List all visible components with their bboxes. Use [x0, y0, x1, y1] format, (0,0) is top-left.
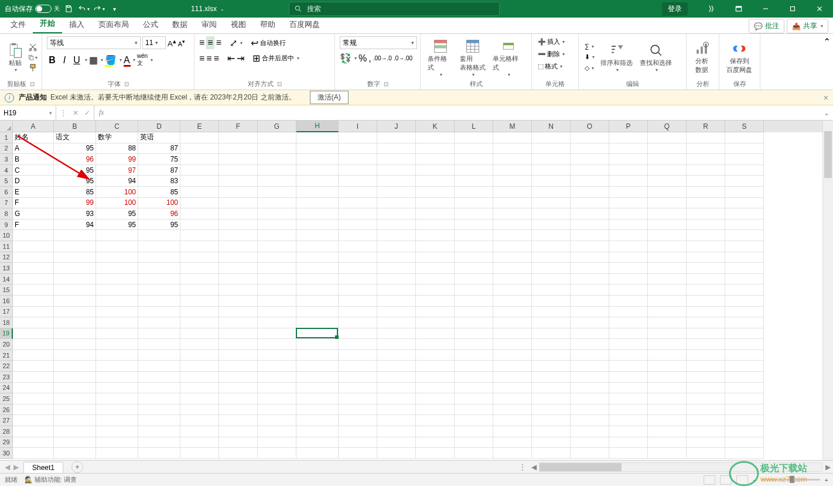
- cell[interactable]: [648, 426, 687, 437]
- cell[interactable]: [687, 284, 725, 296]
- cell[interactable]: [725, 339, 764, 350]
- cell[interactable]: [258, 176, 296, 187]
- fill-color-button[interactable]: 🪣: [105, 54, 117, 66]
- close-button[interactable]: [806, 0, 833, 18]
- cell[interactable]: [571, 448, 609, 459]
- cell[interactable]: [96, 339, 138, 350]
- cell[interactable]: 87: [138, 143, 180, 155]
- cell[interactable]: [377, 198, 416, 209]
- cell[interactable]: [296, 317, 339, 328]
- cell[interactable]: [13, 448, 54, 459]
- cell[interactable]: [455, 220, 493, 231]
- cell[interactable]: [648, 307, 687, 318]
- cell[interactable]: [96, 307, 138, 318]
- accounting-format-icon[interactable]: 💱: [340, 53, 351, 64]
- column-header-N[interactable]: N: [532, 121, 571, 132]
- cell[interactable]: [54, 361, 96, 372]
- cell[interactable]: [416, 187, 455, 198]
- format-painter-icon[interactable]: [28, 63, 37, 73]
- cell[interactable]: [219, 372, 258, 383]
- cell[interactable]: [377, 404, 416, 416]
- cell[interactable]: [138, 437, 180, 448]
- cell[interactable]: [377, 284, 416, 296]
- cell[interactable]: [416, 154, 455, 165]
- tab-insert[interactable]: 插入: [62, 16, 91, 33]
- cell[interactable]: [725, 317, 764, 328]
- cell[interactable]: [416, 383, 455, 394]
- cell[interactable]: [13, 339, 54, 350]
- cell[interactable]: 87: [138, 165, 180, 176]
- cell[interactable]: [339, 317, 377, 328]
- cell[interactable]: [687, 230, 725, 241]
- cell[interactable]: [571, 176, 609, 187]
- cell[interactable]: [296, 339, 339, 350]
- cell[interactable]: [725, 187, 764, 198]
- cell[interactable]: [648, 350, 687, 361]
- cell[interactable]: [339, 154, 377, 165]
- italic-button[interactable]: I: [59, 55, 70, 66]
- cell[interactable]: C: [13, 165, 54, 176]
- cell[interactable]: [138, 241, 180, 252]
- cell[interactable]: F: [13, 198, 54, 209]
- cell[interactable]: [180, 187, 219, 198]
- cell[interactable]: [571, 132, 609, 143]
- cell[interactable]: [725, 383, 764, 394]
- zoom-slider[interactable]: [762, 479, 820, 481]
- column-header-L[interactable]: L: [455, 121, 493, 132]
- cell[interactable]: 数学: [96, 132, 138, 143]
- cell[interactable]: [339, 263, 377, 274]
- tab-home[interactable]: 开始: [33, 15, 62, 33]
- close-notice-button[interactable]: ×: [824, 93, 828, 102]
- phonetic-button[interactable]: wén文: [137, 53, 148, 67]
- cell[interactable]: [725, 328, 764, 340]
- cell[interactable]: [377, 361, 416, 372]
- cell[interactable]: [493, 187, 532, 198]
- cell[interactable]: [219, 296, 258, 307]
- cell[interactable]: [609, 143, 648, 155]
- cell[interactable]: [377, 263, 416, 274]
- cell[interactable]: [180, 284, 219, 296]
- cell[interactable]: [13, 361, 54, 372]
- cell[interactable]: [687, 252, 725, 263]
- cell[interactable]: [416, 143, 455, 155]
- cell[interactable]: [96, 372, 138, 383]
- decrease-font-icon[interactable]: A▾: [178, 38, 185, 47]
- cell[interactable]: [13, 437, 54, 448]
- cell[interactable]: [493, 415, 532, 426]
- tab-formulas[interactable]: 公式: [136, 16, 165, 33]
- cell[interactable]: [138, 263, 180, 274]
- cell[interactable]: [609, 198, 648, 209]
- maximize-button[interactable]: [779, 0, 806, 18]
- cell[interactable]: [532, 372, 571, 383]
- cell[interactable]: [571, 220, 609, 231]
- cell[interactable]: [725, 176, 764, 187]
- cell[interactable]: [219, 415, 258, 426]
- cell[interactable]: [54, 415, 96, 426]
- cell[interactable]: [416, 328, 455, 340]
- cell[interactable]: 94: [96, 176, 138, 187]
- cell[interactable]: [609, 393, 648, 404]
- cell[interactable]: [296, 208, 339, 220]
- cell[interactable]: [609, 307, 648, 318]
- column-headers[interactable]: ABCDEFGHIJKLMNOPQRS: [13, 121, 822, 132]
- cell[interactable]: [571, 241, 609, 252]
- row-header-16[interactable]: 16: [0, 296, 13, 307]
- cell[interactable]: [648, 220, 687, 231]
- cell[interactable]: [416, 361, 455, 372]
- row-header-9[interactable]: 9: [0, 220, 13, 231]
- cell[interactable]: [54, 284, 96, 296]
- cell[interactable]: 95: [138, 220, 180, 231]
- cell[interactable]: [571, 339, 609, 350]
- tab-view[interactable]: 视图: [224, 16, 253, 33]
- cell[interactable]: [258, 383, 296, 394]
- save-baidu-button[interactable]: 保存到百度网盘: [724, 39, 755, 76]
- cell[interactable]: [725, 296, 764, 307]
- cell[interactable]: [377, 230, 416, 241]
- cell[interactable]: [296, 404, 339, 416]
- cell[interactable]: [219, 426, 258, 437]
- cell[interactable]: [377, 448, 416, 459]
- cell[interactable]: [54, 317, 96, 328]
- row-header-13[interactable]: 13: [0, 263, 13, 274]
- cell[interactable]: [455, 328, 493, 340]
- cell[interactable]: [258, 154, 296, 165]
